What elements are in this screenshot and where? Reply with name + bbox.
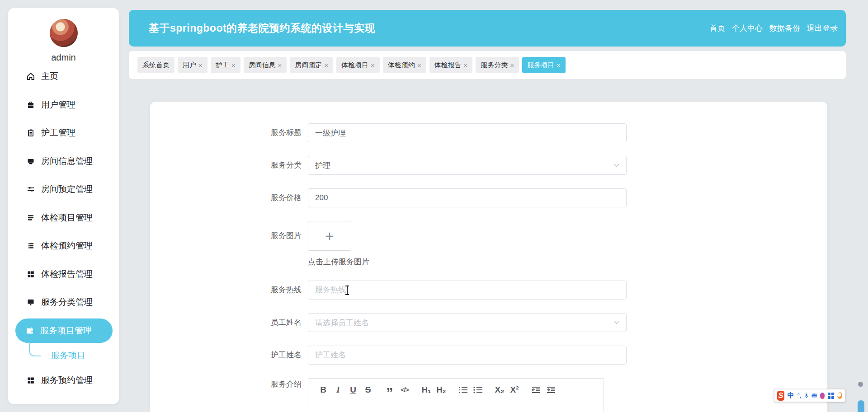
ime-toolbox-icon[interactable]	[828, 393, 834, 399]
service-price-input[interactable]	[308, 188, 627, 207]
tab-system-home[interactable]: 系统首页	[137, 57, 175, 73]
field-label: 服务分类	[150, 156, 302, 175]
tab-service-items[interactable]: 服务项目×	[522, 57, 566, 73]
sidebar-item-label: 房间信息管理	[41, 155, 93, 167]
sidebar-item-exam-appointments[interactable]: 体检预约管理	[8, 232, 119, 260]
ime-punctuation-icon[interactable]: °,	[797, 393, 801, 399]
list-icon	[26, 213, 35, 222]
subscript-button[interactable]: X₂	[495, 384, 505, 395]
ime-emoji-icon[interactable]	[837, 392, 842, 399]
tab-bar: 系统首页 用户× 护工× 房间信息× 房间预定× 体检项目× 体检预约× 体检报…	[129, 51, 846, 79]
close-icon[interactable]: ×	[464, 61, 468, 69]
sidebar: admin 主页 用户管理 护工管理 房间信息管理 房间预定管理	[8, 8, 119, 404]
service-hotline-input[interactable]	[308, 281, 627, 300]
tab-room-info[interactable]: 房间信息×	[244, 57, 287, 73]
indent-button[interactable]	[546, 384, 556, 395]
close-icon[interactable]: ×	[231, 61, 236, 69]
rich-text-editor[interactable]: B I U S ” </> H₁ H₂	[308, 378, 604, 412]
briefcase-icon	[26, 100, 35, 109]
outdent-button[interactable]	[531, 384, 541, 395]
ime-skin-icon[interactable]	[820, 393, 825, 399]
text-cursor	[347, 286, 348, 295]
sidebar-item-room-booking[interactable]: 房间预定管理	[8, 175, 119, 204]
tab-service-categories[interactable]: 服务分类×	[476, 57, 519, 73]
microphone-icon[interactable]	[804, 392, 808, 399]
ime-handle-knob[interactable]	[858, 382, 863, 387]
field-label: 服务介绍	[150, 378, 302, 412]
tab-label: 房间预定	[295, 61, 322, 70]
page-title: 基于springboot的养老院预约系统的设计与实现	[149, 21, 375, 35]
select-value: 护理	[315, 160, 330, 171]
staff-name-select[interactable]: 请选择员工姓名	[308, 313, 627, 332]
sidebar-subitem-service-item[interactable]: 服务项目	[8, 345, 119, 366]
sidebar-menu: 主页 用户管理 护工管理 房间信息管理 房间预定管理 体检项目管理	[8, 62, 119, 394]
service-title-input[interactable]	[308, 123, 627, 142]
field-service-price: 服务价格	[150, 188, 827, 207]
underline-button[interactable]: U	[348, 384, 358, 395]
blockquote-button[interactable]: ”	[385, 384, 395, 395]
unordered-list-icon	[473, 386, 483, 393]
sidebar-item-users[interactable]: 用户管理	[8, 91, 119, 119]
sidebar-item-service-appointments[interactable]: 服务预约管理	[8, 366, 119, 395]
tab-caregivers[interactable]: 护工×	[211, 57, 241, 73]
upload-tip: 点击上传服务图片	[308, 257, 369, 267]
link-backup[interactable]: 数据备份	[769, 23, 800, 33]
plus-icon: +	[325, 228, 334, 243]
sidebar-item-label: 服务项目管理	[40, 325, 92, 337]
tab-exam-appointments[interactable]: 体检预约×	[383, 57, 426, 73]
sidebar-item-label: 房间预定管理	[41, 183, 93, 195]
ime-handle-icon[interactable]	[858, 400, 864, 412]
tab-label: 体检项目	[341, 61, 368, 70]
main-content: 服务标题 服务分类 护理 服务价格 服务图片	[150, 102, 827, 412]
sidebar-item-label: 用户管理	[41, 99, 75, 111]
unordered-list-button[interactable]	[473, 384, 483, 395]
chevron-down-icon	[614, 321, 619, 324]
superscript-button[interactable]: X²	[509, 384, 519, 395]
tab-label: 用户	[183, 61, 196, 70]
close-icon[interactable]: ×	[371, 61, 375, 69]
italic-button[interactable]: I	[333, 384, 343, 395]
submenu-label[interactable]: 服务项目	[51, 350, 85, 361]
tab-exam-reports[interactable]: 体检报告×	[429, 57, 473, 73]
grid-icon	[26, 376, 35, 385]
field-label: 服务热线	[150, 281, 302, 300]
bold-button[interactable]: B	[318, 384, 328, 395]
ime-language-mode[interactable]: 中	[788, 391, 794, 400]
sidebar-item-label: 体检报告管理	[41, 268, 93, 280]
caregiver-name-input[interactable]	[308, 346, 627, 365]
image-upload-button[interactable]: +	[308, 221, 351, 251]
tab-room-booking[interactable]: 房间预定×	[290, 57, 333, 73]
field-caregiver-name: 护工姓名	[150, 346, 827, 365]
sidebar-item-service-items[interactable]: 服务项目管理	[15, 318, 113, 343]
keyboard-icon[interactable]	[811, 393, 817, 398]
tab-users[interactable]: 用户×	[178, 57, 208, 73]
close-icon[interactable]: ×	[417, 61, 421, 69]
sidebar-item-label: 服务预约管理	[41, 375, 93, 386]
close-icon[interactable]: ×	[198, 61, 203, 69]
field-service-hotline: 服务热线	[150, 281, 827, 300]
device-icon	[26, 157, 35, 166]
close-icon[interactable]: ×	[278, 61, 282, 69]
close-icon[interactable]: ×	[510, 61, 514, 69]
link-logout[interactable]: 退出登录	[807, 23, 838, 33]
sidebar-item-room-info[interactable]: 房间信息管理	[8, 147, 119, 176]
close-icon[interactable]: ×	[557, 61, 561, 69]
select-placeholder: 请选择员工姓名	[315, 318, 369, 328]
ordered-list-button[interactable]	[458, 384, 468, 395]
username: admin	[8, 52, 119, 63]
service-category-select[interactable]: 护理	[308, 156, 627, 175]
sidebar-item-exam-items[interactable]: 体检项目管理	[8, 204, 119, 232]
sidebar-item-service-categories[interactable]: 服务分类管理	[8, 288, 119, 317]
sidebar-item-exam-reports[interactable]: 体检报告管理	[8, 260, 119, 289]
sogou-logo-icon[interactable]: S	[777, 391, 784, 401]
sidebar-item-caregivers[interactable]: 护工管理	[8, 119, 119, 147]
code-button[interactable]: </>	[400, 384, 410, 395]
tab-exam-items[interactable]: 体检项目×	[336, 57, 380, 73]
sidebar-item-home[interactable]: 主页	[8, 62, 119, 91]
link-home[interactable]: 首页	[710, 23, 725, 33]
strikethrough-button[interactable]: S	[363, 384, 373, 395]
heading1-button[interactable]: H₁	[421, 384, 431, 395]
heading2-button[interactable]: H₂	[436, 384, 446, 395]
close-icon[interactable]: ×	[324, 61, 328, 69]
link-profile[interactable]: 个人中心	[732, 23, 763, 33]
